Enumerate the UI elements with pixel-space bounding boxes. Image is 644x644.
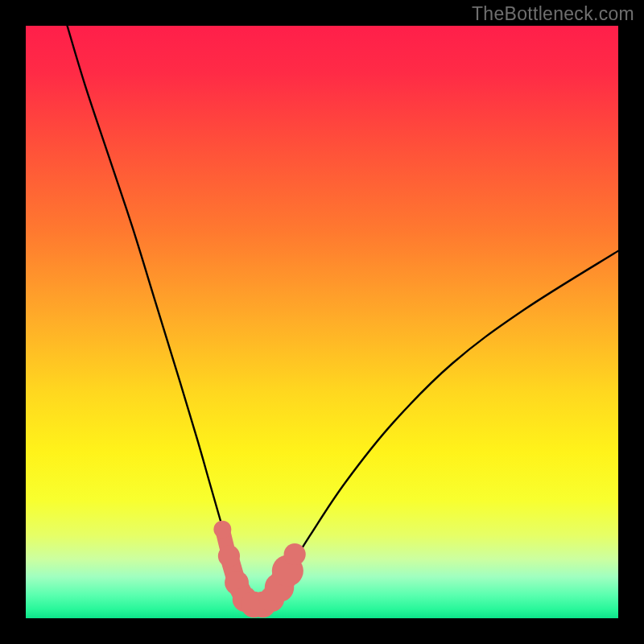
bottleneck-chart: [26, 26, 618, 618]
curve-marker: [218, 545, 240, 567]
curve-marker: [213, 521, 231, 539]
curve-marker: [284, 543, 306, 565]
watermark-text: TheBottleneck.com: [472, 3, 634, 25]
heat-gradient-background: [26, 26, 618, 618]
plot-area: [26, 26, 618, 618]
chart-frame: TheBottleneck.com: [0, 0, 644, 644]
